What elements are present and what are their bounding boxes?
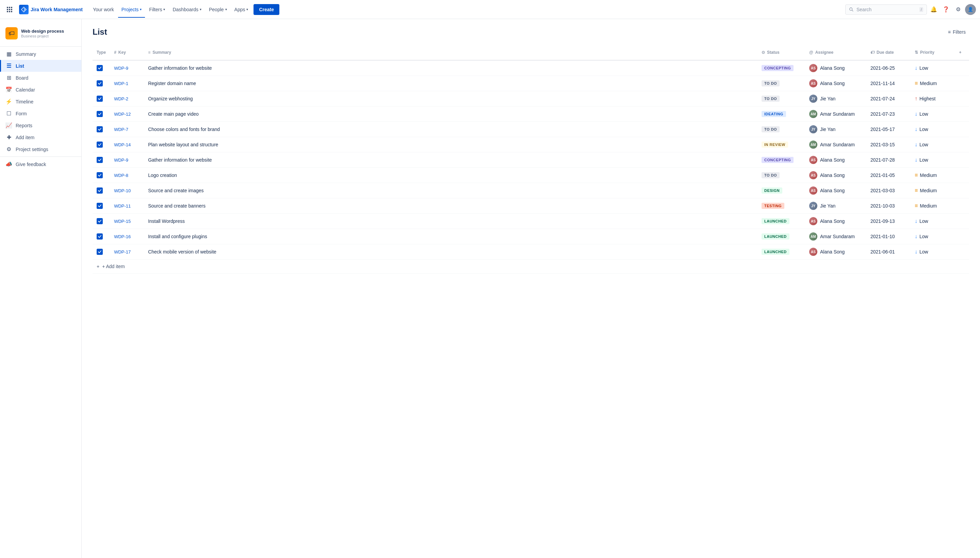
- checkbox[interactable]: [97, 249, 103, 255]
- table-row[interactable]: WDP-11Source and create bannersTESTING J…: [92, 199, 969, 214]
- cell-type[interactable]: [92, 168, 110, 183]
- checkbox[interactable]: [97, 80, 103, 87]
- create-button[interactable]: Create: [253, 4, 279, 15]
- col-header-due-date[interactable]: 🏷 Due date: [866, 45, 911, 60]
- cell-status[interactable]: CONCEPTING: [757, 60, 805, 76]
- cell-status[interactable]: TO DO: [757, 122, 805, 137]
- issue-key-link[interactable]: WDP-14: [114, 142, 131, 147]
- cell-key[interactable]: WDP-2: [110, 91, 144, 107]
- status-badge[interactable]: TO DO: [762, 95, 780, 102]
- sidebar-item-list[interactable]: ☰ List: [0, 60, 81, 72]
- notifications-button[interactable]: 🔔: [928, 4, 939, 15]
- checkbox[interactable]: [97, 203, 103, 209]
- app-logo[interactable]: Jira Work Management: [16, 5, 85, 14]
- status-badge[interactable]: TO DO: [762, 172, 780, 178]
- nav-your-work[interactable]: Your work: [90, 5, 117, 14]
- col-header-status[interactable]: ⊙ Status: [757, 45, 805, 60]
- nav-filters[interactable]: Filters ▾: [146, 5, 168, 14]
- help-button[interactable]: ❓: [941, 4, 951, 15]
- settings-button[interactable]: ⚙: [953, 4, 964, 15]
- cell-status[interactable]: CONCEPTING: [757, 153, 805, 168]
- cell-summary[interactable]: Gather information for website: [144, 153, 757, 168]
- col-header-key[interactable]: # Key: [110, 45, 144, 60]
- table-row[interactable]: WDP-9Gather information for websiteCONCE…: [92, 60, 969, 76]
- col-header-add[interactable]: +: [951, 45, 969, 60]
- add-item-row[interactable]: + + Add item: [92, 259, 969, 274]
- nav-people[interactable]: People ▾: [205, 5, 230, 14]
- table-row[interactable]: WDP-1Register domain nameTO DO AS Alana …: [92, 76, 969, 91]
- cell-type[interactable]: [92, 183, 110, 199]
- user-avatar[interactable]: 👤: [965, 4, 976, 15]
- sidebar-item-reports[interactable]: 📈 Reports: [0, 120, 81, 131]
- cell-key[interactable]: WDP-15: [110, 214, 144, 229]
- status-badge[interactable]: TESTING: [762, 203, 784, 209]
- sidebar-item-calendar[interactable]: 📅 Calendar: [0, 84, 81, 95]
- cell-summary[interactable]: Source and create banners: [144, 199, 757, 214]
- cell-status[interactable]: TO DO: [757, 91, 805, 107]
- cell-type[interactable]: [92, 214, 110, 229]
- issue-key-link[interactable]: WDP-15: [114, 219, 131, 224]
- status-badge[interactable]: IDEATING: [762, 111, 786, 117]
- cell-key[interactable]: WDP-1: [110, 76, 144, 91]
- issue-key-link[interactable]: WDP-2: [114, 96, 128, 102]
- checkbox[interactable]: [97, 157, 103, 163]
- sidebar-item-give-feedback[interactable]: 📣 Give feedback: [0, 158, 81, 170]
- sidebar-item-timeline[interactable]: ⚡ Timeline: [0, 95, 81, 108]
- cell-type[interactable]: [92, 153, 110, 168]
- cell-status[interactable]: TESTING: [757, 199, 805, 214]
- cell-status[interactable]: LAUNCHED: [757, 214, 805, 229]
- cell-type[interactable]: [92, 91, 110, 107]
- status-badge[interactable]: CONCEPTING: [762, 157, 793, 163]
- cell-key[interactable]: WDP-9: [110, 60, 144, 76]
- cell-status[interactable]: DESIGN: [757, 183, 805, 199]
- issue-key-link[interactable]: WDP-12: [114, 112, 131, 117]
- sidebar-item-add-item[interactable]: ✚ Add item: [0, 131, 81, 143]
- search-box[interactable]: Search /: [845, 5, 927, 15]
- cell-summary[interactable]: Check mobile version of website: [144, 244, 757, 259]
- cell-type[interactable]: [92, 244, 110, 259]
- cell-status[interactable]: TO DO: [757, 76, 805, 91]
- cell-key[interactable]: WDP-14: [110, 137, 144, 153]
- status-badge[interactable]: TO DO: [762, 80, 780, 87]
- cell-type[interactable]: [92, 60, 110, 76]
- checkbox[interactable]: [97, 141, 103, 148]
- cell-status[interactable]: TO DO: [757, 168, 805, 183]
- table-row[interactable]: WDP-2Organize webhostingTO DO JY Jie Yan…: [92, 91, 969, 107]
- table-row[interactable]: WDP-17Check mobile version of websiteLAU…: [92, 244, 969, 259]
- checkbox[interactable]: [97, 111, 103, 117]
- cell-type[interactable]: [92, 199, 110, 214]
- table-row[interactable]: WDP-15Install WordpressLAUNCHED AS Alana…: [92, 214, 969, 229]
- cell-summary[interactable]: Logo creation: [144, 168, 757, 183]
- cell-summary[interactable]: Plan website layout and structure: [144, 137, 757, 153]
- cell-summary[interactable]: Install and configure plugins: [144, 229, 757, 244]
- cell-status[interactable]: LAUNCHED: [757, 229, 805, 244]
- issue-key-link[interactable]: WDP-11: [114, 204, 131, 208]
- sidebar-item-board[interactable]: ⊞ Board: [0, 72, 81, 84]
- issue-key-link[interactable]: WDP-17: [114, 249, 131, 254]
- table-row[interactable]: WDP-12Create main page videoIDEATING AM …: [92, 107, 969, 122]
- cell-key[interactable]: WDP-17: [110, 244, 144, 259]
- status-badge[interactable]: LAUNCHED: [762, 233, 790, 240]
- cell-key[interactable]: WDP-12: [110, 107, 144, 122]
- cell-key[interactable]: WDP-11: [110, 199, 144, 214]
- col-header-summary[interactable]: ≡ Summary: [144, 45, 757, 60]
- nav-apps[interactable]: Apps ▾: [231, 5, 252, 14]
- cell-summary[interactable]: Create main page video: [144, 107, 757, 122]
- sidebar-item-form[interactable]: ☐ Form: [0, 108, 81, 120]
- checkbox[interactable]: [97, 95, 103, 102]
- cell-summary[interactable]: Install Wordpress: [144, 214, 757, 229]
- table-row[interactable]: WDP-9Gather information for websiteCONCE…: [92, 153, 969, 168]
- cell-summary[interactable]: Organize webhosting: [144, 91, 757, 107]
- issue-key-link[interactable]: WDP-8: [114, 173, 128, 178]
- cell-status[interactable]: IN REVIEW: [757, 137, 805, 153]
- issue-key-link[interactable]: WDP-9: [114, 66, 128, 71]
- sidebar-item-summary[interactable]: ▦ Summary: [0, 48, 81, 60]
- issue-key-link[interactable]: WDP-9: [114, 158, 128, 162]
- checkbox[interactable]: [97, 65, 103, 71]
- checkbox[interactable]: [97, 218, 103, 224]
- apps-grid-icon[interactable]: [4, 4, 15, 15]
- cell-key[interactable]: WDP-8: [110, 168, 144, 183]
- checkbox[interactable]: [97, 126, 103, 132]
- status-badge[interactable]: LAUNCHED: [762, 249, 790, 255]
- status-badge[interactable]: IN REVIEW: [762, 141, 788, 148]
